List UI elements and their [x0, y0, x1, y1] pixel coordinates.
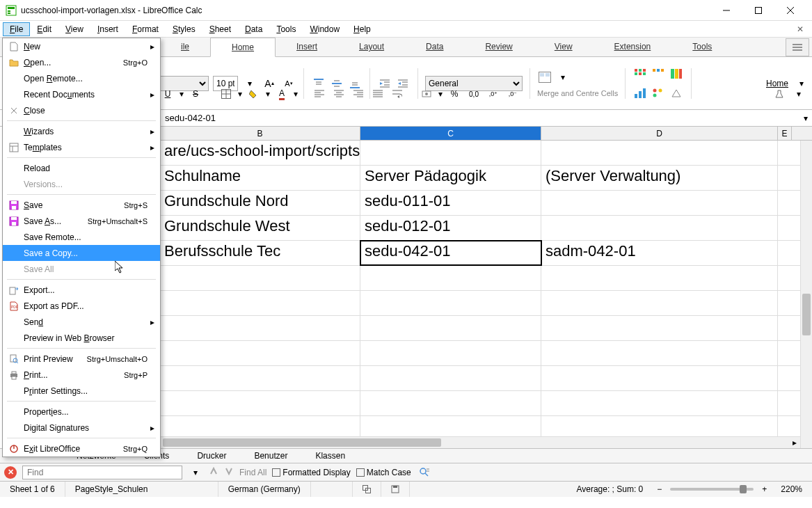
cell[interactable]: are/ucs-school-import/scripts/create_ou [160, 141, 360, 165]
formula-dropdown-icon[interactable]: ▾ [799, 113, 812, 123]
tab-insert[interactable]: Insert [276, 38, 338, 56]
cell[interactable] [541, 366, 778, 390]
column-header-C[interactable]: C [360, 127, 541, 140]
menu-item-recent-documents[interactable]: Recent Documents▸ [3, 86, 160, 102]
find-input[interactable] [22, 466, 182, 479]
number-icon[interactable]: 0,0 [466, 86, 481, 102]
merge-cells-icon[interactable] [537, 70, 552, 85]
cell[interactable]: Grundschule West [160, 216, 360, 240]
cell[interactable] [360, 266, 541, 290]
tab-view[interactable]: View [534, 38, 594, 56]
menu-item-digital-signatures[interactable]: Digital Signatures▸ [3, 420, 160, 436]
border-dropdown-icon[interactable]: ▾ [238, 89, 242, 99]
menu-item-preview-in-web-browser[interactable]: Preview in Web Browser [3, 330, 160, 346]
insert-mode[interactable] [311, 482, 353, 497]
tab-tools[interactable]: Tools [671, 38, 733, 56]
zoom-in-button[interactable]: + [758, 484, 771, 494]
style-dropdown-icon[interactable]: ▾ [791, 86, 806, 102]
cell[interactable]: sedu-011-01 [360, 191, 541, 215]
hamburger-button[interactable] [786, 38, 809, 56]
cell[interactable] [541, 191, 778, 215]
menu-item-wizards[interactable]: Wizards▸ [3, 123, 160, 139]
cell[interactable] [541, 266, 778, 290]
cell[interactable] [360, 366, 541, 390]
underline-icon[interactable]: U [160, 86, 175, 102]
cell[interactable] [541, 341, 778, 365]
find-close-icon[interactable]: ✕ [4, 466, 17, 479]
find-all-button[interactable]: Find All [239, 468, 266, 477]
cell[interactable] [541, 141, 778, 165]
cell[interactable] [360, 341, 541, 365]
formatted-display-checkbox[interactable]: Formatted Display [272, 468, 350, 477]
fill-dropdown-icon[interactable]: ▾ [266, 89, 270, 99]
cell[interactable] [541, 316, 778, 340]
menu-item-properties[interactable]: Properties... [3, 404, 160, 420]
menu-sheet[interactable]: Sheet [202, 22, 238, 36]
menu-item-send[interactable]: Send▸ [3, 314, 160, 330]
style-flask-icon[interactable] [772, 86, 787, 102]
currency-dropdown-icon[interactable]: ▾ [438, 89, 443, 99]
menu-file[interactable]: File [3, 22, 30, 36]
menu-help[interactable]: Help [347, 22, 378, 36]
cell[interactable]: Server Pädagogik [360, 166, 541, 190]
cond-format-4-icon[interactable] [632, 86, 648, 101]
cell[interactable]: sedu-042-01 [360, 241, 541, 265]
add-decimal-icon[interactable]: ,0⁺ [486, 86, 501, 102]
cell[interactable]: sadm-042-01 [541, 241, 778, 265]
cell[interactable]: Berufsschule Tec [160, 241, 360, 265]
menu-item-print[interactable]: Print...Strg+P [3, 367, 160, 383]
sheet-tab-benutzer[interactable]: Benutzer [247, 450, 294, 462]
sheet-indicator[interactable]: Sheet 1 of 6 [0, 482, 65, 497]
tab-review[interactable]: Review [464, 38, 533, 56]
stats-display[interactable]: Average: ; Sum: 0 [566, 482, 653, 497]
menu-item-print-preview[interactable]: Print PreviewStrg+Umschalt+O [3, 351, 160, 367]
tab-ile[interactable]: ile [160, 38, 210, 56]
cell-content-display[interactable]: sedu-042-01 [160, 110, 799, 126]
menu-format[interactable]: Format [125, 22, 166, 36]
maximize-button[interactable] [742, 0, 774, 21]
column-header-E[interactable]: E [778, 127, 792, 140]
find-next-icon[interactable] [224, 466, 234, 478]
align-right-icon[interactable] [351, 86, 366, 102]
align-justify-icon[interactable] [370, 86, 385, 102]
cell[interactable] [160, 341, 360, 365]
sheet-tab-klassen[interactable]: Klassen [308, 450, 352, 462]
remove-decimal-icon[interactable]: ,0⁻ [505, 86, 520, 102]
menu-styles[interactable]: Styles [166, 22, 202, 36]
sheet-tab-drucker[interactable]: Drucker [190, 450, 233, 462]
cell[interactable] [360, 391, 541, 415]
cell[interactable] [160, 391, 360, 415]
tab-extension[interactable]: Extension [594, 38, 672, 56]
menu-item-close[interactable]: Close [3, 102, 160, 118]
modified-icon[interactable] [381, 482, 410, 497]
strikethrough-icon[interactable]: S [188, 86, 203, 102]
find-prev-icon[interactable] [209, 466, 218, 478]
selection-mode-icon[interactable] [353, 482, 381, 497]
cell[interactable] [160, 316, 360, 340]
menu-item-save-remote[interactable]: Save Remote... [3, 229, 160, 245]
zoom-level[interactable]: 220% [771, 482, 812, 497]
cell[interactable] [360, 316, 541, 340]
cell[interactable] [360, 141, 541, 165]
cond-format-3-icon[interactable] [669, 66, 684, 81]
menu-edit[interactable]: Edit [30, 22, 58, 36]
menu-item-save[interactable]: SaveStrg+S [3, 197, 160, 213]
cell[interactable] [160, 366, 360, 390]
menu-item-printer-settings[interactable]: Printer Settings... [3, 383, 160, 399]
vertical-scrollbar[interactable] [800, 141, 812, 448]
tab-data[interactable]: Data [405, 38, 464, 56]
cell[interactable]: Schulname [160, 166, 360, 190]
align-left-icon[interactable] [312, 86, 327, 102]
language-indicator[interactable]: German (Germany) [218, 482, 311, 497]
menu-window[interactable]: Window [303, 22, 347, 36]
cond-format-5-icon[interactable] [651, 86, 666, 101]
minimize-button[interactable] [710, 0, 742, 21]
menu-item-open[interactable]: Open...Strg+O [3, 54, 160, 70]
cell[interactable] [160, 291, 360, 315]
underline-dropdown-icon[interactable]: ▾ [180, 89, 184, 99]
menu-item-save-as[interactable]: Save As...Strg+Umschalt+S [3, 213, 160, 229]
horizontal-scrollbar[interactable]: ▸ [160, 436, 800, 448]
find-options-icon[interactable] [417, 465, 432, 480]
align-center-icon[interactable] [331, 86, 347, 102]
scroll-right-icon[interactable]: ▸ [788, 437, 800, 448]
